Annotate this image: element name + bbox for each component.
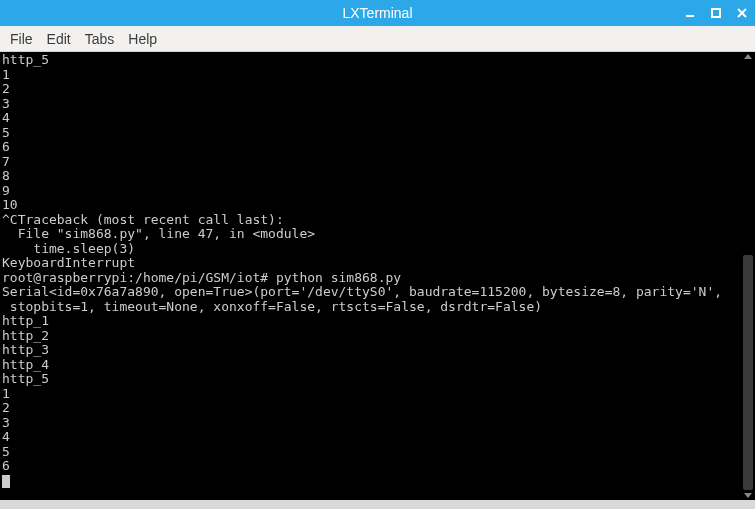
terminal-line: 9 [2, 184, 739, 199]
terminal-line: http_5 [2, 372, 739, 387]
terminal-line: KeyboardInterrupt [2, 256, 739, 271]
terminal-line: Serial<id=0x76a7a890, open=True>(port='/… [2, 285, 739, 300]
desktop-taskbar [0, 500, 755, 509]
scrollbar-track[interactable] [742, 62, 754, 490]
app-window: LXTerminal File Edit Tabs Help http_5123… [0, 0, 755, 509]
terminal-line: 2 [2, 401, 739, 416]
titlebar[interactable]: LXTerminal [0, 0, 755, 26]
terminal-line: 1 [2, 68, 739, 83]
terminal-line: 4 [2, 111, 739, 126]
minimize-icon [685, 8, 695, 18]
window-controls [683, 0, 749, 26]
menu-tabs[interactable]: Tabs [85, 31, 115, 47]
terminal-line: http_3 [2, 343, 739, 358]
terminal-line: 2 [2, 82, 739, 97]
window-title: LXTerminal [0, 5, 755, 21]
scroll-down-icon[interactable] [744, 493, 752, 498]
menu-file[interactable]: File [10, 31, 33, 47]
terminal-line: root@raspberrypi:/home/pi/GSM/iot# pytho… [2, 271, 739, 286]
terminal-line: 5 [2, 126, 739, 141]
terminal[interactable]: http_512345678910^CTraceback (most recen… [0, 52, 741, 500]
terminal-line: 3 [2, 97, 739, 112]
terminal-line: 10 [2, 198, 739, 213]
scrollbar[interactable] [741, 52, 755, 500]
cursor [2, 475, 10, 488]
terminal-line: http_1 [2, 314, 739, 329]
maximize-icon [711, 8, 721, 18]
terminal-line: http_2 [2, 329, 739, 344]
menubar: File Edit Tabs Help [0, 26, 755, 52]
scrollbar-thumb[interactable] [743, 255, 753, 490]
svg-rect-1 [712, 9, 720, 17]
terminal-line: time.sleep(3) [2, 242, 739, 257]
terminal-line: 3 [2, 416, 739, 431]
menu-help[interactable]: Help [128, 31, 157, 47]
terminal-line: http_5 [2, 53, 739, 68]
terminal-line: 6 [2, 459, 739, 474]
terminal-line: stopbits=1, timeout=None, xonxoff=False,… [2, 300, 739, 315]
terminal-line: ^CTraceback (most recent call last): [2, 213, 739, 228]
terminal-line: 5 [2, 445, 739, 460]
terminal-line: 1 [2, 387, 739, 402]
menu-edit[interactable]: Edit [47, 31, 71, 47]
terminal-area: http_512345678910^CTraceback (most recen… [0, 52, 755, 500]
terminal-line: 6 [2, 140, 739, 155]
terminal-cursor-line [2, 474, 739, 489]
terminal-line: 8 [2, 169, 739, 184]
terminal-line: http_4 [2, 358, 739, 373]
scroll-up-icon[interactable] [744, 54, 752, 59]
minimize-button[interactable] [683, 6, 697, 20]
terminal-line: 4 [2, 430, 739, 445]
close-button[interactable] [735, 6, 749, 20]
close-icon [737, 8, 747, 18]
terminal-line: File "sim868.py", line 47, in <module> [2, 227, 739, 242]
maximize-button[interactable] [709, 6, 723, 20]
terminal-line: 7 [2, 155, 739, 170]
